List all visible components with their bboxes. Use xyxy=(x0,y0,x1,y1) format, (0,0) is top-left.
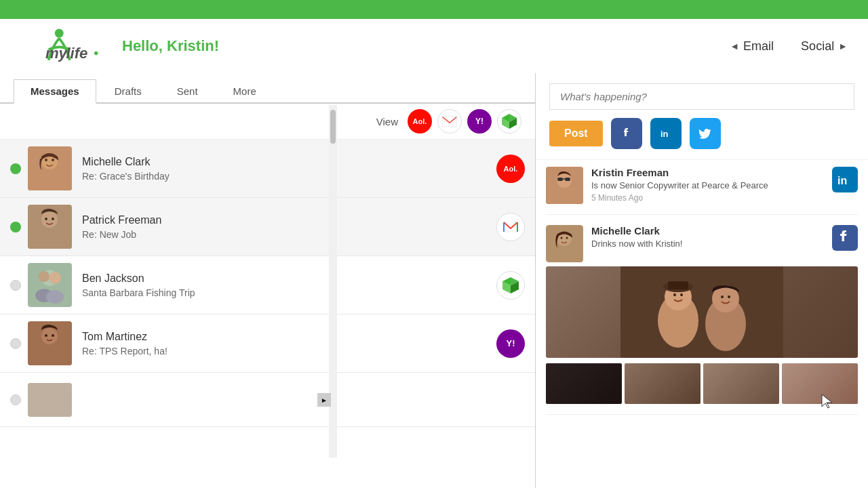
view-label: View xyxy=(376,116,398,127)
social-feed: Kristin Freeman Is now Senior Copywriter… xyxy=(536,160,868,488)
sender-name: Michelle Clark xyxy=(82,156,490,168)
svg-point-65 xyxy=(673,293,676,296)
online-indicator xyxy=(10,222,21,232)
message-subject: Re: New Job xyxy=(82,229,490,240)
svg-text:life: life xyxy=(66,45,87,62)
message-row[interactable]: Tom Martinez Re: TPS Report, ha! Y! xyxy=(0,314,535,373)
email-nav[interactable]: ◄ Email xyxy=(730,39,774,54)
svg-point-54 xyxy=(561,237,563,239)
feed-text: Is now Senior Copywriter at Pearce & Pea… xyxy=(591,180,825,190)
avatar xyxy=(28,383,72,417)
scrollbar-handle xyxy=(330,110,336,144)
svg-point-37 xyxy=(52,334,54,337)
feed-thumbnail xyxy=(625,363,701,404)
social-nav-label: Social xyxy=(801,39,834,54)
message-service-maps xyxy=(496,271,525,300)
svg-text:in: in xyxy=(660,129,669,139)
svg-rect-58 xyxy=(620,266,783,358)
tab-messages[interactable]: Messages xyxy=(14,79,96,104)
online-indicator xyxy=(10,338,21,349)
avatar xyxy=(28,205,72,249)
message-info: Ben Jackson Santa Barbara Fishing Trip xyxy=(82,272,490,298)
feed-photo-grid xyxy=(546,363,858,404)
svg-point-24 xyxy=(39,271,50,282)
svg-rect-56 xyxy=(834,227,856,249)
svg-point-13 xyxy=(45,159,47,161)
email-nav-label: Email xyxy=(743,39,774,54)
svg-rect-62 xyxy=(668,281,688,289)
twitter-share-button[interactable] xyxy=(690,118,721,149)
svg-point-16 xyxy=(41,211,58,228)
sender-name: Patrick Freeman xyxy=(82,214,490,226)
facebook-share-button[interactable] xyxy=(611,118,642,149)
svg-point-66 xyxy=(680,293,683,296)
svg-rect-38 xyxy=(28,383,72,417)
mylife-logo: my life xyxy=(20,26,102,66)
message-service-yahoo: Y! xyxy=(496,329,525,358)
message-service-aol: Aol. xyxy=(496,155,525,183)
message-subject: Santa Barbara Fishing Trip xyxy=(82,287,490,298)
top-green-bar xyxy=(0,0,868,19)
svg-text:my: my xyxy=(45,45,68,62)
logo-area: my life xyxy=(20,26,102,66)
feed-item: Kristin Freeman Is now Senior Copywriter… xyxy=(546,167,858,215)
feed-name: Kristin Freeman xyxy=(591,167,669,178)
svg-point-27 xyxy=(46,290,64,304)
social-nav[interactable]: Social ► xyxy=(801,39,848,54)
message-row[interactable]: Patrick Freeman Re: New Job xyxy=(0,198,535,256)
main-layout: Messages Drafts Sent More View Aol. xyxy=(0,73,868,488)
linkedin-share-button[interactable]: in xyxy=(650,118,682,149)
online-indicator xyxy=(10,163,21,174)
avatar xyxy=(28,146,72,190)
message-subject: Re: TPS Report, ha! xyxy=(82,346,490,357)
online-indicator xyxy=(10,394,21,405)
social-action-buttons: Post in xyxy=(549,118,854,149)
feed-avatar xyxy=(546,167,583,204)
feed-content: Kristin Freeman Is now Senior Copywriter… xyxy=(591,167,825,204)
tab-drafts[interactable]: Drafts xyxy=(98,79,159,102)
svg-point-55 xyxy=(566,237,568,239)
message-info: Michelle Clark Re: Grace's Birthday xyxy=(82,156,490,182)
message-row[interactable]: Ben Jackson Santa Barbara Fishing Trip xyxy=(0,256,535,314)
tab-more[interactable]: More xyxy=(216,79,273,102)
social-input-area: Post in xyxy=(536,73,868,160)
header-navigation: ◄ Email Social ► xyxy=(730,39,848,54)
feed-thumbnail xyxy=(546,363,622,404)
sender-name: Ben Jackson xyxy=(82,272,490,285)
social-status-input[interactable] xyxy=(549,83,854,110)
tabs-bar: Messages Drafts Sent More xyxy=(0,73,535,104)
svg-point-68 xyxy=(728,296,730,298)
feed-main-photo xyxy=(546,266,858,358)
yahoo-filter-icon[interactable]: Y! xyxy=(467,109,492,134)
feed-time: 5 Minutes Ago xyxy=(591,193,825,203)
online-indicator xyxy=(10,280,21,291)
feed-text: Drinks now with Kristin! xyxy=(591,239,825,249)
message-info: Tom Martinez Re: TPS Report, ha! xyxy=(82,331,490,357)
email-left-arrow: ◄ xyxy=(730,41,739,52)
feed-avatar xyxy=(546,225,583,262)
feed-thumbnail xyxy=(703,363,779,404)
tab-sent[interactable]: Sent xyxy=(160,79,215,102)
feed-content: Michelle Clark Drinks now with Kristin! xyxy=(591,225,825,262)
message-row[interactable] xyxy=(0,373,535,427)
svg-point-14 xyxy=(52,159,54,161)
post-button[interactable]: Post xyxy=(549,121,603,146)
svg-rect-47 xyxy=(565,178,570,181)
svg-point-25 xyxy=(49,272,61,284)
maps-filter-icon[interactable] xyxy=(497,109,521,134)
svg-point-0 xyxy=(55,29,64,38)
message-info: Patrick Freeman Re: New Job xyxy=(82,214,490,240)
gmail-filter-icon[interactable] xyxy=(437,109,462,134)
feed-item: Michelle Clark Drinks now with Kristin! xyxy=(546,225,858,415)
right-panel: Post in xyxy=(536,73,868,488)
left-panel: Messages Drafts Sent More View Aol. xyxy=(0,73,536,488)
linkedin-icon: in xyxy=(832,167,858,192)
greeting-text: Hello, Kristin! xyxy=(122,37,219,55)
message-row[interactable]: Michelle Clark Re: Grace's Birthday Aol. xyxy=(0,140,535,198)
social-right-arrow: ► xyxy=(838,41,848,52)
message-list: Michelle Clark Re: Grace's Birthday Aol. xyxy=(0,140,535,488)
aol-filter-icon[interactable]: Aol. xyxy=(408,109,432,134)
svg-rect-46 xyxy=(557,178,563,181)
feed-name: Michelle Clark xyxy=(591,225,660,237)
scroll-arrow-right[interactable]: ► xyxy=(317,393,331,407)
